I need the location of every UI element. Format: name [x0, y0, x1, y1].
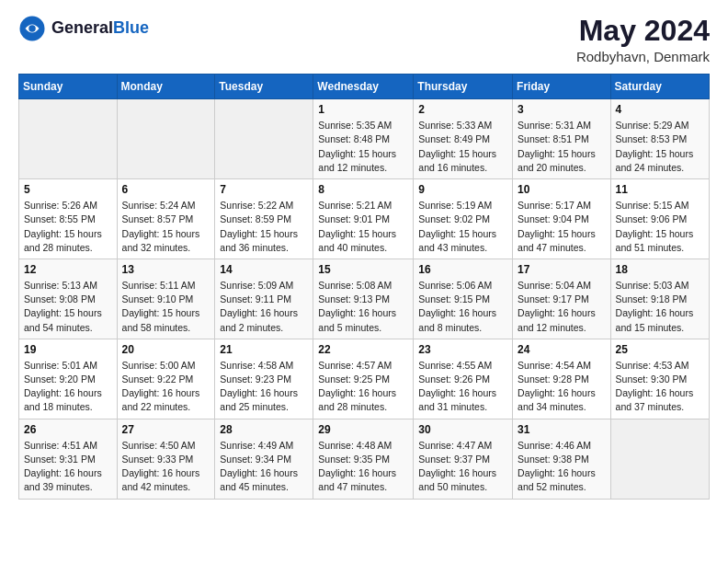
- day-number: 18: [616, 263, 704, 276]
- day-info: Sunrise: 5:01 AM Sunset: 9:20 PM Dayligh…: [24, 359, 112, 415]
- calendar-cell: 5Sunrise: 5:26 AM Sunset: 8:55 PM Daylig…: [19, 179, 118, 259]
- calendar-cell: 20Sunrise: 5:00 AM Sunset: 9:22 PM Dayli…: [117, 339, 215, 419]
- calendar-cell: [117, 99, 215, 179]
- calendar-cell: 23Sunrise: 4:55 AM Sunset: 9:26 PM Dayli…: [414, 339, 513, 419]
- day-info: Sunrise: 4:50 AM Sunset: 9:33 PM Dayligh…: [122, 439, 210, 495]
- day-info: Sunrise: 5:33 AM Sunset: 8:49 PM Dayligh…: [418, 119, 507, 175]
- day-number: 29: [318, 423, 408, 436]
- day-info: Sunrise: 4:47 AM Sunset: 9:37 PM Dayligh…: [418, 439, 507, 495]
- calendar-cell: 16Sunrise: 5:06 AM Sunset: 9:15 PM Dayli…: [414, 259, 513, 339]
- day-number: 31: [518, 423, 606, 436]
- col-tuesday: Tuesday: [215, 75, 313, 99]
- day-number: 2: [418, 103, 507, 116]
- day-info: Sunrise: 5:15 AM Sunset: 9:06 PM Dayligh…: [616, 199, 704, 255]
- svg-point-1: [28, 25, 36, 32]
- calendar-header: Sunday Monday Tuesday Wednesday Thursday…: [19, 75, 710, 99]
- day-info: Sunrise: 5:21 AM Sunset: 9:01 PM Dayligh…: [318, 199, 408, 255]
- calendar-cell: 11Sunrise: 5:15 AM Sunset: 9:06 PM Dayli…: [610, 179, 709, 259]
- day-number: 30: [418, 423, 507, 436]
- calendar-cell: 10Sunrise: 5:17 AM Sunset: 9:04 PM Dayli…: [513, 179, 611, 259]
- day-info: Sunrise: 4:57 AM Sunset: 9:25 PM Dayligh…: [318, 359, 408, 415]
- calendar-cell: 14Sunrise: 5:09 AM Sunset: 9:11 PM Dayli…: [215, 259, 313, 339]
- calendar-cell: 30Sunrise: 4:47 AM Sunset: 9:37 PM Dayli…: [414, 419, 513, 499]
- calendar-cell: 18Sunrise: 5:03 AM Sunset: 9:18 PM Dayli…: [610, 259, 709, 339]
- calendar-cell: 24Sunrise: 4:54 AM Sunset: 9:28 PM Dayli…: [513, 339, 611, 419]
- calendar-week-1: 1Sunrise: 5:35 AM Sunset: 8:48 PM Daylig…: [19, 99, 710, 179]
- day-number: 13: [122, 263, 210, 276]
- calendar-cell: 9Sunrise: 5:19 AM Sunset: 9:02 PM Daylig…: [414, 179, 513, 259]
- day-number: 7: [220, 183, 308, 196]
- col-sunday: Sunday: [19, 75, 118, 99]
- logo-blue: Blue: [113, 18, 149, 37]
- calendar-cell: [215, 99, 313, 179]
- calendar-cell: 15Sunrise: 5:08 AM Sunset: 9:13 PM Dayli…: [313, 259, 414, 339]
- day-number: 28: [220, 423, 308, 436]
- calendar-cell: [610, 419, 709, 499]
- day-info: Sunrise: 4:46 AM Sunset: 9:38 PM Dayligh…: [518, 439, 606, 495]
- day-number: 15: [318, 263, 408, 276]
- day-info: Sunrise: 5:24 AM Sunset: 8:57 PM Dayligh…: [122, 199, 210, 255]
- day-number: 10: [518, 183, 606, 196]
- calendar-cell: 12Sunrise: 5:13 AM Sunset: 9:08 PM Dayli…: [19, 259, 118, 339]
- calendar-week-4: 19Sunrise: 5:01 AM Sunset: 9:20 PM Dayli…: [19, 339, 710, 419]
- day-number: 24: [518, 343, 606, 356]
- day-info: Sunrise: 5:19 AM Sunset: 9:02 PM Dayligh…: [418, 199, 507, 255]
- header: GeneralBlue May 2024 Rodbyhavn, Denmark: [18, 15, 710, 64]
- calendar-cell: 31Sunrise: 4:46 AM Sunset: 9:38 PM Dayli…: [513, 419, 611, 499]
- calendar-cell: 7Sunrise: 5:22 AM Sunset: 8:59 PM Daylig…: [215, 179, 313, 259]
- main-title: May 2024: [576, 15, 710, 47]
- calendar-cell: 21Sunrise: 4:58 AM Sunset: 9:23 PM Dayli…: [215, 339, 313, 419]
- day-number: 16: [418, 263, 507, 276]
- day-number: 3: [518, 103, 606, 116]
- day-info: Sunrise: 5:31 AM Sunset: 8:51 PM Dayligh…: [518, 119, 606, 175]
- calendar-cell: 22Sunrise: 4:57 AM Sunset: 9:25 PM Dayli…: [313, 339, 414, 419]
- day-info: Sunrise: 5:11 AM Sunset: 9:10 PM Dayligh…: [122, 279, 210, 335]
- day-info: Sunrise: 5:04 AM Sunset: 9:17 PM Dayligh…: [518, 279, 606, 335]
- calendar-cell: [19, 99, 118, 179]
- calendar-table: Sunday Monday Tuesday Wednesday Thursday…: [18, 74, 710, 499]
- day-number: 11: [616, 183, 704, 196]
- day-info: Sunrise: 4:53 AM Sunset: 9:30 PM Dayligh…: [616, 359, 704, 415]
- calendar-cell: 29Sunrise: 4:48 AM Sunset: 9:35 PM Dayli…: [313, 419, 414, 499]
- title-block: May 2024 Rodbyhavn, Denmark: [576, 15, 710, 64]
- day-number: 26: [24, 423, 112, 436]
- day-info: Sunrise: 4:51 AM Sunset: 9:31 PM Dayligh…: [24, 439, 112, 495]
- calendar-cell: 1Sunrise: 5:35 AM Sunset: 8:48 PM Daylig…: [313, 99, 414, 179]
- calendar-cell: 17Sunrise: 5:04 AM Sunset: 9:17 PM Dayli…: [513, 259, 611, 339]
- day-number: 6: [122, 183, 210, 196]
- calendar-cell: 2Sunrise: 5:33 AM Sunset: 8:49 PM Daylig…: [414, 99, 513, 179]
- calendar-cell: 8Sunrise: 5:21 AM Sunset: 9:01 PM Daylig…: [313, 179, 414, 259]
- header-row: Sunday Monday Tuesday Wednesday Thursday…: [19, 75, 710, 99]
- logo-text: GeneralBlue: [51, 19, 149, 38]
- calendar-cell: 3Sunrise: 5:31 AM Sunset: 8:51 PM Daylig…: [513, 99, 611, 179]
- calendar-cell: 6Sunrise: 5:24 AM Sunset: 8:57 PM Daylig…: [117, 179, 215, 259]
- col-thursday: Thursday: [414, 75, 513, 99]
- day-info: Sunrise: 5:29 AM Sunset: 8:53 PM Dayligh…: [616, 119, 704, 175]
- day-number: 8: [318, 183, 408, 196]
- day-info: Sunrise: 5:22 AM Sunset: 8:59 PM Dayligh…: [220, 199, 308, 255]
- calendar-cell: 13Sunrise: 5:11 AM Sunset: 9:10 PM Dayli…: [117, 259, 215, 339]
- col-monday: Monday: [117, 75, 215, 99]
- logo: GeneralBlue: [18, 15, 149, 42]
- day-info: Sunrise: 5:35 AM Sunset: 8:48 PM Dayligh…: [318, 119, 408, 175]
- day-number: 1: [318, 103, 408, 116]
- calendar-week-2: 5Sunrise: 5:26 AM Sunset: 8:55 PM Daylig…: [19, 179, 710, 259]
- day-info: Sunrise: 5:08 AM Sunset: 9:13 PM Dayligh…: [318, 279, 408, 335]
- day-info: Sunrise: 5:26 AM Sunset: 8:55 PM Dayligh…: [24, 199, 112, 255]
- calendar-week-5: 26Sunrise: 4:51 AM Sunset: 9:31 PM Dayli…: [19, 419, 710, 499]
- day-number: 9: [418, 183, 507, 196]
- day-info: Sunrise: 4:49 AM Sunset: 9:34 PM Dayligh…: [220, 439, 308, 495]
- calendar-cell: 27Sunrise: 4:50 AM Sunset: 9:33 PM Dayli…: [117, 419, 215, 499]
- col-wednesday: Wednesday: [313, 75, 414, 99]
- logo-icon: [18, 15, 46, 42]
- day-number: 22: [318, 343, 408, 356]
- day-info: Sunrise: 5:00 AM Sunset: 9:22 PM Dayligh…: [122, 359, 210, 415]
- day-number: 14: [220, 263, 308, 276]
- day-number: 17: [518, 263, 606, 276]
- day-info: Sunrise: 5:13 AM Sunset: 9:08 PM Dayligh…: [24, 279, 112, 335]
- day-info: Sunrise: 4:58 AM Sunset: 9:23 PM Dayligh…: [220, 359, 308, 415]
- page: GeneralBlue May 2024 Rodbyhavn, Denmark …: [0, 0, 728, 514]
- day-info: Sunrise: 5:03 AM Sunset: 9:18 PM Dayligh…: [616, 279, 704, 335]
- day-number: 12: [24, 263, 112, 276]
- day-number: 4: [616, 103, 704, 116]
